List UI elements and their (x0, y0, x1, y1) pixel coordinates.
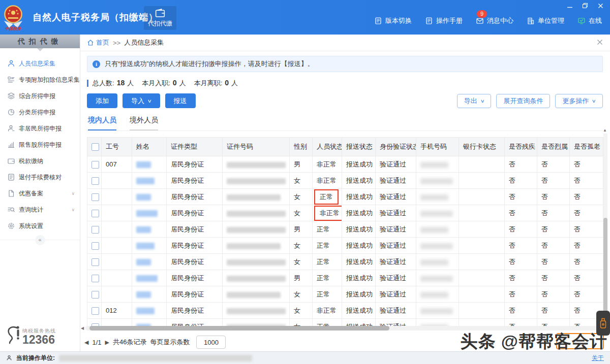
svg-text:中国税务: 中国税务 (5, 26, 22, 31)
sidebar-item[interactable]: 退付手续费核对 (0, 169, 80, 185)
close-icon[interactable] (597, 3, 604, 9)
next-page-icon[interactable]: ▶ (105, 339, 109, 346)
sidebar-item[interactable]: 系统设置 (0, 218, 80, 234)
redacted-id-number (227, 162, 286, 168)
redacted-phone (420, 162, 448, 168)
horizontal-scrollbar-thumb[interactable] (89, 326, 389, 330)
export-button[interactable]: 导出∨ (457, 94, 492, 108)
sidebar-item[interactable]: 专项附加扣除信息采集 (0, 72, 80, 88)
stats-marker (87, 80, 88, 87)
person-status: 正常 (317, 257, 330, 267)
per-page-label: 每页显示条数 (150, 338, 190, 347)
sidebar-item[interactable]: 限售股所得申报 (0, 137, 80, 153)
pie-icon (7, 108, 15, 116)
row-checkbox[interactable] (92, 193, 99, 201)
minimize-icon[interactable] (566, 3, 573, 9)
table-row[interactable]: 007居民身份证男非正常报送成功验证通过否否否 (87, 156, 603, 173)
row-checkbox[interactable] (92, 161, 99, 169)
redacted-phone (420, 211, 453, 217)
table-row[interactable]: 居民身份证女非正常报送成功验证通过否否否 (87, 205, 603, 221)
top-tab-withholding[interactable]: 代扣代缴 (144, 6, 176, 30)
stats-row: 总人数:18人本月入职:0人本月离职:0人 (87, 79, 603, 88)
per-page-input[interactable] (196, 336, 226, 349)
expand-query-button[interactable]: 展开查询条件 (496, 94, 550, 108)
doc-icon (374, 17, 382, 25)
header-link[interactable]: 单位管理 (527, 16, 564, 25)
table-row[interactable]: 居民身份证女非正常报送成功验证通过否否否 (87, 173, 603, 189)
redacted-name (136, 194, 151, 201)
sidebar: 代扣代缴 人员信息采集专项附加扣除信息采集综合所得申报分类所得申报非居民所得申报… (0, 35, 80, 351)
scroll-left-icon[interactable]: ◀ (81, 326, 84, 330)
submit-button[interactable]: 报送 (165, 93, 196, 108)
tax-bureau-logo: 中国税务 (2, 4, 24, 31)
import-button[interactable]: 导入∨ (123, 93, 160, 108)
person-status: 正常 (317, 225, 330, 234)
column-header: 手机号码 (416, 138, 459, 156)
redacted-name (136, 210, 158, 217)
redacted-id-number (227, 308, 286, 314)
sidebar-item[interactable]: 优惠备案∨ (0, 185, 80, 202)
redacted-id-number (227, 259, 286, 266)
stats-groups: 总人数:18人本月入职:0人本月离职:0人 (93, 79, 246, 88)
person-status-highlighted: 非正常 (314, 206, 342, 221)
header-link[interactable]: 操作手册 (425, 16, 463, 25)
restore-icon[interactable] (582, 3, 589, 9)
table-row[interactable]: 居民身份证男正常报送成功验证通过否否否 (87, 270, 603, 286)
doc-icon (425, 17, 433, 25)
top-tab-label: 代扣代缴 (148, 19, 172, 28)
prev-page-icon[interactable]: ◀ (84, 339, 88, 346)
header-link[interactable]: 9消息中心 (476, 16, 513, 25)
table-row[interactable]: 居民身份证女正常报送成功验证通过否否否 (87, 286, 603, 303)
collapse-sidebar-icon[interactable]: « (35, 235, 45, 245)
sidebar-item[interactable]: 分类所得申报 (0, 104, 80, 120)
person-tabs: 境内人员境外人员 (87, 116, 603, 131)
scroll-up-icon[interactable]: ▲ (603, 128, 607, 133)
row-checkbox[interactable] (92, 226, 99, 234)
sidebar-item[interactable]: 税款缴纳 (0, 153, 80, 169)
sidebar-item[interactable]: 人员信息采集 (0, 55, 80, 72)
sidebar-item[interactable]: 非居民所得申报 (0, 120, 80, 137)
redacted-phone (420, 243, 453, 249)
operator-label: 当前操作单位: (16, 354, 55, 362)
sidebar-item[interactable]: 查询统计∨ (0, 202, 80, 218)
table-row[interactable]: 居民身份证男正常报送成功验证通过否否否 (87, 221, 603, 238)
person-table: 工号姓名证件类型证件号码性别人员状态报送状态身份验证状态手机号码银行卡状态是否残… (87, 137, 603, 329)
tab-domestic[interactable]: 境内人员 (88, 116, 116, 130)
row-checkbox[interactable] (92, 210, 99, 217)
header-link[interactable]: 在线 (577, 16, 602, 25)
row-checkbox[interactable] (92, 242, 99, 250)
row-checkbox[interactable] (92, 291, 99, 299)
table-row[interactable]: 居民身份证女正常报送成功验证通过否否否 (87, 189, 603, 205)
main-content: 首页 >> 人员信息采集 i 只有“报送成功”的纳税人才能进行扣缴申报操作，请及… (80, 35, 610, 351)
table-body: 007居民身份证男非正常报送成功验证通过否否否居民身份证女非正常报送成功验证通过… (87, 156, 603, 330)
table-row[interactable]: 居民身份证女正常报送成功验证通过否否否 (87, 254, 603, 270)
add-button[interactable]: 添加 (87, 93, 117, 108)
person-status: 正常 (317, 274, 330, 283)
row-checkbox[interactable] (92, 177, 99, 185)
tab-foreign[interactable]: 境外人员 (130, 116, 158, 130)
breadcrumb-separator: >> (113, 39, 120, 47)
breadcrumb-home[interactable]: 首页 (87, 38, 109, 47)
row-checkbox[interactable] (92, 307, 99, 315)
row-checkbox[interactable] (92, 258, 99, 266)
table-row[interactable]: 居民身份证女正常报送成功验证通过否否否 (87, 238, 603, 254)
building-icon (527, 17, 535, 25)
chevron-down-icon: ∨ (71, 207, 75, 212)
vertical-scrollbar-thumb[interactable] (603, 218, 607, 325)
header-link[interactable]: 版本切换 (374, 16, 412, 25)
more-actions-button[interactable]: 更多操作∨ (555, 94, 603, 108)
brand: 中国税务 自然人电子税务局（扣缴端） (2, 4, 158, 31)
record-count: 共46条记录 (113, 338, 146, 347)
table-header-row: 工号姓名证件类型证件号码性别人员状态报送状态身份验证状态手机号码银行卡状态是否残… (87, 138, 603, 156)
row-checkbox[interactable] (92, 275, 99, 282)
select-all-checkbox[interactable] (92, 143, 99, 151)
redacted-name (136, 243, 155, 249)
about-link[interactable]: 关于 (592, 354, 604, 362)
sidebar-item[interactable]: 综合所得申报 (0, 88, 80, 104)
content-close-icon[interactable] (597, 39, 603, 45)
app-title: 自然人电子税务局（扣缴端） (33, 11, 158, 23)
column-header: 是否孤老 (570, 138, 603, 156)
ukey-button[interactable] (596, 311, 610, 336)
redacted-name (136, 291, 151, 298)
table-row[interactable]: 012居民身份证女非正常报送成功验证通过否否否 (87, 303, 603, 319)
